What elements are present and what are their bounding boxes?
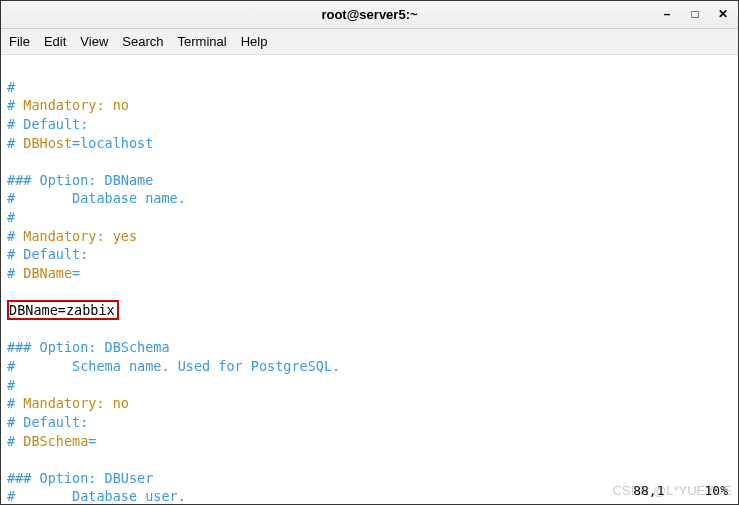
config-line: =localhost xyxy=(72,135,153,151)
config-line: # Schema name. Used for PostgreSQL. xyxy=(7,358,340,374)
config-line: # xyxy=(7,377,15,393)
config-line: = xyxy=(72,265,80,281)
config-line: # xyxy=(7,79,15,95)
menu-file[interactable]: File xyxy=(9,34,30,49)
terminal-content[interactable]: # # Mandatory: no # Default: # DBHost=lo… xyxy=(1,55,738,504)
config-line: # Database user. xyxy=(7,488,186,504)
config-line: Mandatory: no xyxy=(23,395,129,411)
config-key: DBHost xyxy=(23,135,72,151)
config-value: =zabbix xyxy=(58,302,115,318)
close-button[interactable]: ✕ xyxy=(714,5,732,23)
config-line: # Default: xyxy=(7,246,88,262)
window-title: root@server5:~ xyxy=(321,7,417,22)
config-line: # xyxy=(7,433,23,449)
config-line: # Default: xyxy=(7,116,88,132)
cursor-position: 88,1 xyxy=(633,482,664,500)
config-line: ### Option: DBSchema xyxy=(7,339,170,355)
menu-bar: File Edit View Search Terminal Help xyxy=(1,29,738,55)
scroll-percent: 10% xyxy=(705,482,728,500)
menu-help[interactable]: Help xyxy=(241,34,268,49)
config-line: = xyxy=(88,433,96,449)
config-key: DBName xyxy=(9,302,58,318)
config-line: # Database name. xyxy=(7,190,186,206)
highlighted-line: DBName=zabbix xyxy=(7,300,119,320)
config-line: # xyxy=(7,97,23,113)
config-line: ### Option: DBUser xyxy=(7,470,153,486)
config-line: # xyxy=(7,135,23,151)
config-line: # xyxy=(7,209,15,225)
minimize-button[interactable]: – xyxy=(658,5,676,23)
config-line: # xyxy=(7,395,23,411)
window-controls: – □ ✕ xyxy=(658,5,732,23)
config-line: Mandatory: yes xyxy=(23,228,137,244)
title-bar: root@server5:~ – □ ✕ xyxy=(1,1,738,29)
menu-edit[interactable]: Edit xyxy=(44,34,66,49)
config-key: DBName xyxy=(23,265,72,281)
menu-view[interactable]: View xyxy=(80,34,108,49)
menu-terminal[interactable]: Terminal xyxy=(178,34,227,49)
config-line: # Default: xyxy=(7,414,88,430)
config-key: DBSchema xyxy=(23,433,88,449)
menu-search[interactable]: Search xyxy=(122,34,163,49)
vim-status-line: 88,1 10% xyxy=(633,482,728,500)
config-line: # xyxy=(7,265,23,281)
config-line: Mandatory: no xyxy=(23,97,129,113)
config-line: ### Option: DBName xyxy=(7,172,153,188)
config-line: # xyxy=(7,228,23,244)
maximize-button[interactable]: □ xyxy=(686,5,704,23)
